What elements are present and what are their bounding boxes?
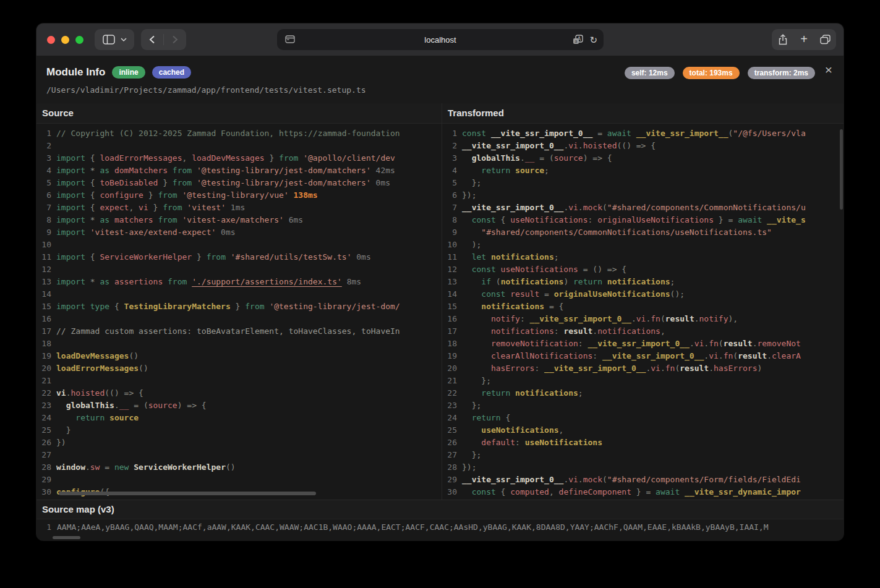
code-line: 1const __vite_ssr_import_0__ = await __v… bbox=[442, 127, 844, 140]
line-number: 11 bbox=[36, 251, 51, 263]
line-number: 17 bbox=[36, 325, 51, 338]
line-number: 27 bbox=[36, 449, 51, 461]
window-close-button[interactable] bbox=[47, 36, 55, 44]
timing-pill: total: 193ms bbox=[683, 67, 740, 79]
code-line: 22vi.hoisted(() => { bbox=[36, 387, 442, 399]
module-badge: inline bbox=[112, 66, 145, 79]
chevron-right-icon bbox=[172, 35, 178, 44]
code-line: 21 bbox=[36, 375, 442, 387]
line-number: 22 bbox=[36, 387, 51, 399]
reload-button[interactable]: ↻ bbox=[589, 35, 597, 45]
code-line: 9import 'vitest-axe/extend-expect' 0ms bbox=[36, 226, 442, 239]
window-zoom-button[interactable] bbox=[75, 36, 83, 44]
code-line: 12 const useNotifications = () => { bbox=[442, 263, 844, 276]
sidebar-toggle-button[interactable] bbox=[95, 29, 134, 50]
line-number: 20 bbox=[36, 362, 51, 375]
transformed-panel-title: Transformed bbox=[442, 103, 844, 124]
sourcemap-horizontal-scrollbar[interactable] bbox=[53, 536, 80, 539]
window-minimize-button[interactable] bbox=[61, 36, 69, 44]
close-icon[interactable]: × bbox=[822, 63, 835, 77]
forward-button[interactable] bbox=[164, 29, 186, 50]
chevron-down-icon bbox=[121, 38, 127, 41]
code-line: 11import { ServiceWorkerHelper } from '#… bbox=[36, 251, 442, 263]
line-number: 3 bbox=[442, 152, 457, 164]
line-number: 6 bbox=[442, 189, 457, 202]
line-number: 7 bbox=[36, 202, 51, 214]
line-number: 26 bbox=[442, 437, 457, 449]
sourcemap-line-number: 1 bbox=[45, 519, 51, 535]
code-line: 12 bbox=[36, 263, 442, 276]
code-line: 15import type { TestingLibraryMatchers }… bbox=[36, 300, 442, 313]
line-number: 21 bbox=[442, 375, 457, 387]
line-number: 1 bbox=[36, 127, 51, 140]
code-line: 10 bbox=[36, 239, 442, 251]
address-bar[interactable]: localhost A a ↻ bbox=[277, 29, 604, 50]
line-number: 2 bbox=[36, 140, 51, 152]
module-path: /Users/vladimir/Projects/zammad/app/fron… bbox=[46, 85, 366, 95]
code-line: 23 globalThis.__ = (source) => { bbox=[36, 399, 442, 412]
line-number: 5 bbox=[36, 177, 51, 189]
line-number: 16 bbox=[36, 313, 51, 325]
code-line: 5import { toBeDisabled } from '@testing-… bbox=[36, 177, 442, 189]
line-number: 30 bbox=[442, 486, 457, 498]
code-line: 25 useNotifications, bbox=[442, 424, 844, 437]
code-line: 2__vite_ssr_import_0__.vi.hoisted(() => … bbox=[442, 140, 844, 152]
back-button[interactable] bbox=[141, 29, 163, 50]
nav-buttons bbox=[141, 29, 186, 50]
transformed-panel: Transformed 1const __vite_ssr_import_0__… bbox=[442, 103, 844, 500]
sourcemap-line: 1AAMA;AAeA,yBAAG,QAAQ,MAAM;AACf,aAAW,KAA… bbox=[36, 519, 844, 535]
line-number: 18 bbox=[442, 338, 457, 350]
module-badge: cached bbox=[152, 66, 191, 79]
code-line: 29__vite_ssr_import_0__.vi.mock("#shared… bbox=[442, 474, 844, 486]
new-tab-button[interactable]: + bbox=[793, 29, 814, 50]
line-number: 3 bbox=[36, 152, 51, 164]
code-line: 18 bbox=[36, 338, 442, 350]
line-number: 29 bbox=[36, 474, 51, 486]
line-number: 23 bbox=[442, 399, 457, 412]
line-number: 1 bbox=[442, 127, 457, 140]
module-badges: inlinecached bbox=[112, 66, 191, 79]
line-number: 8 bbox=[442, 214, 457, 226]
line-number: 26 bbox=[36, 437, 51, 449]
line-number: 14 bbox=[36, 288, 51, 300]
line-number: 16 bbox=[442, 313, 457, 325]
line-number: 2 bbox=[442, 140, 457, 152]
source-horizontal-scrollbar[interactable] bbox=[59, 492, 316, 495]
line-number: 21 bbox=[36, 375, 51, 387]
code-line: 8 const { useNotifications: originalUseN… bbox=[442, 214, 844, 226]
share-button[interactable] bbox=[772, 29, 793, 50]
line-number: 12 bbox=[36, 263, 51, 276]
source-code[interactable]: 1// Copyright (C) 2012-2025 Zammad Found… bbox=[36, 124, 442, 500]
code-line: 28}); bbox=[442, 461, 844, 474]
code-line: 4 return source; bbox=[442, 164, 844, 177]
line-number: 4 bbox=[36, 164, 51, 177]
svg-text:a: a bbox=[575, 39, 578, 44]
line-number: 28 bbox=[36, 461, 51, 474]
line-number: 13 bbox=[36, 276, 51, 288]
code-line: 13 if (notifications) return notificatio… bbox=[442, 276, 844, 288]
line-number: 15 bbox=[442, 300, 457, 313]
code-line: 26}) bbox=[36, 437, 442, 449]
line-number: 11 bbox=[442, 251, 457, 263]
code-line: 13import * as assertions from './support… bbox=[36, 276, 442, 288]
code-line: 7import { expect, vi } from 'vitest' 1ms bbox=[36, 202, 442, 214]
tab-overview-button[interactable] bbox=[814, 29, 835, 50]
code-line: 15 notifications = { bbox=[442, 300, 844, 313]
page-title: Module Info bbox=[46, 66, 105, 79]
code-line: 29 bbox=[36, 474, 442, 486]
line-number: 18 bbox=[36, 338, 51, 350]
line-number: 25 bbox=[36, 424, 51, 437]
source-panel-title: Source bbox=[36, 103, 442, 124]
browser-window: localhost A a ↻ bbox=[36, 23, 844, 540]
toolbar-actions: + bbox=[772, 29, 836, 50]
line-number: 22 bbox=[442, 387, 457, 399]
code-line: 30 const { computed, defineComponent } =… bbox=[442, 486, 844, 498]
line-number: 25 bbox=[442, 424, 457, 437]
transformed-code[interactable]: 1const __vite_ssr_import_0__ = await __v… bbox=[442, 124, 844, 500]
transformed-vertical-scrollbar[interactable] bbox=[840, 129, 843, 210]
code-line: 21 }; bbox=[442, 375, 844, 387]
timing-pill: self: 12ms bbox=[625, 67, 675, 79]
translate-icon[interactable]: A a bbox=[573, 35, 583, 45]
source-panel: Source 1// Copyright (C) 2012-2025 Zamma… bbox=[36, 103, 442, 500]
line-number: 12 bbox=[442, 263, 457, 276]
